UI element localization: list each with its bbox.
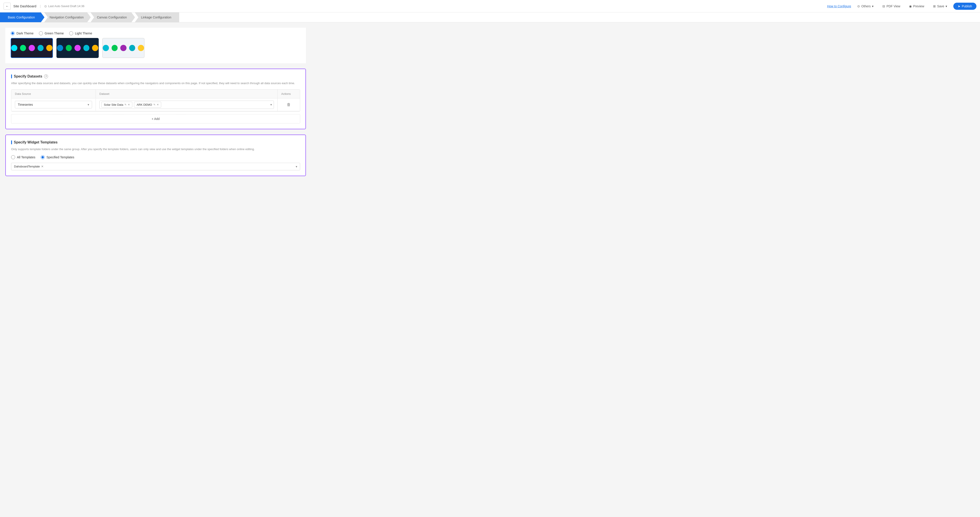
dot-1 xyxy=(11,45,18,51)
all-templates-radio[interactable] xyxy=(11,155,15,159)
pdf-icon: ⊟ xyxy=(882,5,885,8)
step-basic-configuration[interactable]: Basic Configuration xyxy=(0,13,45,22)
specified-templates-option[interactable]: Specified Templates xyxy=(41,155,74,159)
save-button[interactable]: ⊞ Save ▾ xyxy=(931,3,950,10)
specify-templates-desc: Only supports template folders under the… xyxy=(11,147,300,152)
step-navigation-configuration[interactable]: Navigation Configuration xyxy=(44,13,91,22)
col-actions: Actions xyxy=(278,89,300,98)
theme-section: Dark Theme Green Theme Light Theme xyxy=(5,28,306,63)
tag-edit-icon-2[interactable]: ✎ xyxy=(153,103,155,106)
dataset-dropdown[interactable] xyxy=(270,103,272,106)
light-theme-preview[interactable] xyxy=(102,38,145,58)
dataset-tag-1[interactable]: Solar Site Data ✎ ✕ xyxy=(101,102,132,108)
back-button[interactable]: ← xyxy=(3,3,11,10)
chevron-down-icon-save: ▾ xyxy=(945,5,947,8)
preview-button[interactable]: ◉ Preview xyxy=(907,3,927,10)
all-templates-option[interactable]: All Templates xyxy=(11,155,35,159)
dot-10 xyxy=(92,45,98,51)
dot-15 xyxy=(138,45,144,51)
specify-datasets-title: Specify Datasets ? xyxy=(11,75,300,78)
dataset-cell: Solar Site Data ✎ ✕ ARK DEMO ✎ ✕ xyxy=(96,98,278,111)
dot-11 xyxy=(103,45,109,51)
dataset-tag-2[interactable]: ARK DEMO ✎ ✕ xyxy=(134,102,161,108)
template-select-chevron xyxy=(296,165,297,168)
step-navigation: Basic Configuration Navigation Configura… xyxy=(0,13,980,22)
delete-row-button[interactable]: 🗑 xyxy=(281,102,296,107)
table-header: Data Source Dataset Actions xyxy=(11,89,300,98)
select-chevron xyxy=(88,103,89,106)
tag-close-icon-1[interactable]: ✕ xyxy=(128,103,130,106)
col-data-source: Data Source xyxy=(11,89,96,98)
auto-save-status: ⊙ Last Auto Saved Draft 14:36 xyxy=(44,5,84,8)
theme-previews xyxy=(11,38,301,58)
publish-button[interactable]: ➤ Publish xyxy=(953,3,977,10)
settings-icon: ⊙ xyxy=(857,5,860,8)
clock-icon: ⊙ xyxy=(44,5,47,8)
main-content: Dark Theme Green Theme Light Theme xyxy=(0,22,311,187)
dot-8 xyxy=(75,45,81,51)
light-theme-radio[interactable] xyxy=(69,31,73,35)
dataset-tags-container: Solar Site Data ✎ ✕ ARK DEMO ✎ ✕ xyxy=(99,101,274,109)
green-theme-option[interactable]: Green Theme xyxy=(39,31,64,35)
page-title: Site Dashboard xyxy=(13,4,36,8)
specified-templates-radio[interactable] xyxy=(41,155,45,159)
title-bar-2 xyxy=(11,140,12,144)
selected-template-tag: DahsboardTemplate ✕ xyxy=(14,165,44,168)
col-dataset: Dataset xyxy=(96,89,278,98)
dot-3 xyxy=(29,45,35,51)
data-source-select[interactable]: Timeseries xyxy=(15,101,92,108)
header-actions: How to Configure ⊙ Others ▾ ⊟ PDF View ◉… xyxy=(827,3,977,10)
add-dataset-button[interactable]: + Add xyxy=(11,114,300,124)
dataset-table: Data Source Dataset Actions Timeseries S… xyxy=(11,89,300,111)
theme-radio-group: Dark Theme Green Theme Light Theme xyxy=(11,31,301,35)
title-bar xyxy=(11,75,12,78)
publish-icon: ➤ xyxy=(958,5,961,8)
template-radio-group: All Templates Specified Templates xyxy=(11,155,300,159)
step-linkage-configuration[interactable]: Linkage Configuration xyxy=(135,13,179,22)
pdf-view-button[interactable]: ⊟ PDF View xyxy=(880,3,903,10)
specify-datasets-section: Specify Datasets ? After specifying the … xyxy=(5,69,306,129)
header: ← Site Dashboard | ⊙ Last Auto Saved Dra… xyxy=(0,0,980,13)
light-theme-option[interactable]: Light Theme xyxy=(69,31,92,35)
save-icon: ⊞ xyxy=(933,5,936,8)
dot-12 xyxy=(111,45,118,51)
dot-4 xyxy=(38,45,44,51)
table-row: Timeseries Solar Site Data ✎ ✕ ARK DEMO xyxy=(11,98,300,111)
others-button[interactable]: ⊙ Others ▾ xyxy=(854,3,876,10)
dot-6 xyxy=(57,45,63,51)
tag-close-icon-2[interactable]: ✕ xyxy=(157,103,159,106)
data-source-cell: Timeseries xyxy=(11,98,96,111)
dot-14 xyxy=(129,45,135,51)
help-icon[interactable]: ? xyxy=(44,75,48,78)
specify-datasets-desc: After specifying the data sources and da… xyxy=(11,81,300,86)
chevron-down-icon: ▾ xyxy=(872,5,873,8)
how-to-configure-link[interactable]: How to Configure xyxy=(827,5,851,8)
header-divider: | xyxy=(40,5,41,8)
specify-templates-title: Specify Widget Templates xyxy=(11,140,300,144)
specify-widget-templates-section: Specify Widget Templates Only supports t… xyxy=(5,135,306,176)
dark-theme-preview[interactable] xyxy=(11,38,53,58)
dot-5 xyxy=(46,45,52,51)
back-icon: ← xyxy=(6,5,8,8)
tag-edit-icon-1[interactable]: ✎ xyxy=(124,103,127,106)
dot-9 xyxy=(83,45,90,51)
dot-13 xyxy=(120,45,127,51)
dot-2 xyxy=(20,45,26,51)
step-canvas-configuration[interactable]: Canvas Configuration xyxy=(91,13,135,22)
eye-icon: ◉ xyxy=(909,5,912,8)
dark-theme-radio[interactable] xyxy=(11,31,15,35)
dark-theme-option[interactable]: Dark Theme xyxy=(11,31,33,35)
actions-cell: 🗑 xyxy=(278,100,300,109)
template-tag-close[interactable]: ✕ xyxy=(41,165,44,168)
green-theme-preview[interactable] xyxy=(56,38,99,58)
green-theme-radio[interactable] xyxy=(39,31,43,35)
dot-7 xyxy=(66,45,72,51)
template-select-box[interactable]: DahsboardTemplate ✕ xyxy=(11,163,300,170)
